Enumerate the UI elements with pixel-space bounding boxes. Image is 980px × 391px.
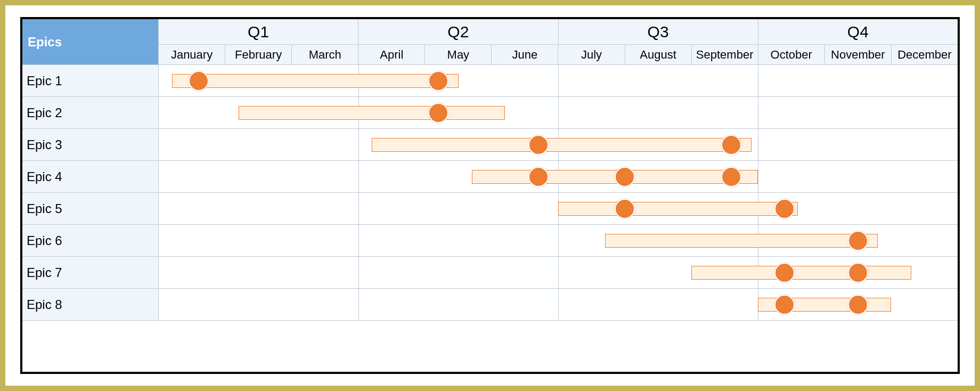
milestone-marker[interactable] [428, 103, 448, 123]
quarter-separator [358, 289, 359, 320]
month-cell: June [492, 45, 558, 65]
milestone-marker[interactable] [615, 199, 635, 219]
month-cell: November [825, 45, 892, 65]
milestone-marker[interactable] [615, 167, 635, 187]
month-cell: August [625, 45, 692, 65]
epic-label: Epic 1 [22, 65, 159, 97]
epic-label: Epic 6 [22, 225, 159, 257]
outer-frame: Epics Q1 Q2 Q3 Q4 January February March… [5, 5, 975, 386]
epics-header-label: Epics [28, 35, 62, 50]
gantt-row: Epic 3 [22, 129, 958, 161]
quarter-separator [358, 161, 359, 192]
epic-label: Epic 2 [22, 97, 159, 129]
month-cell: October [758, 45, 825, 65]
milestone-marker[interactable] [848, 263, 868, 283]
quarter-cell: Q2 [358, 19, 558, 45]
quarter-cell: Q4 [758, 19, 958, 45]
milestone-marker[interactable] [721, 167, 741, 187]
gantt-track [159, 257, 958, 289]
gantt-track [159, 161, 958, 193]
gantt-panel: Epics Q1 Q2 Q3 Q4 January February March… [20, 17, 960, 374]
epic-label: Epic 4 [22, 161, 159, 193]
quarter-cell: Q3 [559, 19, 758, 45]
header-row-months: January February March April May June Ju… [22, 45, 958, 65]
quarter-cell: Q1 [159, 19, 358, 45]
epic-label: Epic 8 [22, 289, 159, 321]
gantt-row: Epic 6 [22, 225, 958, 257]
gantt-track [159, 65, 958, 97]
gantt-bar[interactable] [172, 74, 459, 88]
quarter-separator [558, 289, 559, 320]
gantt-bar[interactable] [605, 234, 878, 248]
milestone-marker[interactable] [428, 71, 448, 91]
epic-label-text: Epic 4 [27, 169, 62, 184]
gantt-track [159, 289, 958, 321]
epic-label-text: Epic 8 [27, 297, 62, 312]
gantt-row: Epic 8 [22, 289, 958, 321]
month-label: November [831, 48, 885, 62]
quarter-label: Q1 [248, 23, 269, 41]
epic-label-text: Epic 3 [27, 137, 62, 152]
gantt-row: Epic 5 [22, 193, 958, 225]
quarter-separator [358, 225, 359, 256]
epic-label-text: Epic 7 [27, 265, 62, 280]
month-cell: September [692, 45, 758, 65]
month-cell: April [358, 45, 425, 65]
gantt-track [159, 225, 958, 257]
gantt-row: Epic 7 [22, 257, 958, 289]
gantt-track [159, 193, 958, 225]
month-label: July [581, 48, 602, 62]
epic-label-text: Epic 5 [27, 201, 62, 216]
gantt-bar[interactable] [558, 202, 798, 216]
milestone-marker[interactable] [848, 295, 868, 315]
epic-label-text: Epic 2 [27, 105, 62, 120]
month-label: May [447, 48, 470, 62]
gantt-body: Epic 1Epic 2Epic 3Epic 4Epic 5Epic 6Epic… [22, 65, 958, 321]
milestone-marker[interactable] [189, 71, 209, 91]
milestone-marker[interactable] [528, 135, 549, 155]
gantt-row: Epic 2 [22, 97, 958, 129]
gantt-row: Epic 1 [22, 65, 958, 97]
month-label: April [380, 48, 403, 62]
gantt-row: Epic 4 [22, 161, 958, 193]
month-cell: March [292, 45, 358, 65]
gantt-track [159, 97, 958, 129]
header-row-quarters: Epics Q1 Q2 Q3 Q4 [22, 19, 958, 45]
quarter-separator [558, 97, 559, 128]
milestone-marker[interactable] [774, 199, 795, 219]
milestone-marker[interactable] [528, 167, 549, 187]
quarter-separator [758, 161, 758, 192]
quarter-label: Q2 [447, 23, 469, 41]
quarter-separator [358, 129, 359, 160]
month-cell: July [558, 45, 625, 65]
quarter-separator [558, 225, 559, 256]
footer-padding [22, 321, 958, 347]
milestone-marker[interactable] [848, 231, 868, 251]
gantt-bar[interactable] [372, 138, 752, 152]
gantt-bar[interactable] [239, 106, 505, 120]
month-cell: January [159, 45, 225, 65]
month-label: August [640, 48, 676, 62]
quarter-separator [558, 257, 559, 288]
quarter-separator [758, 97, 758, 128]
month-cell: May [425, 45, 492, 65]
gantt-bar[interactable] [691, 266, 911, 280]
epic-label: Epic 3 [22, 129, 159, 161]
quarter-label: Q4 [847, 23, 869, 41]
month-label: June [512, 48, 538, 62]
month-label: March [309, 48, 341, 62]
quarter-separator [358, 193, 359, 224]
quarter-label: Q3 [648, 23, 669, 41]
epics-header: Epics [22, 19, 159, 65]
milestone-marker[interactable] [774, 295, 795, 315]
quarter-separator [358, 257, 359, 288]
milestone-marker[interactable] [774, 263, 795, 283]
gantt-track [159, 129, 958, 161]
milestone-marker[interactable] [721, 135, 741, 155]
month-label: December [897, 48, 951, 62]
epic-label: Epic 5 [22, 193, 159, 225]
epic-label: Epic 7 [22, 257, 159, 289]
month-label: January [171, 48, 213, 62]
month-cell: February [225, 45, 292, 65]
month-label: February [235, 48, 282, 62]
